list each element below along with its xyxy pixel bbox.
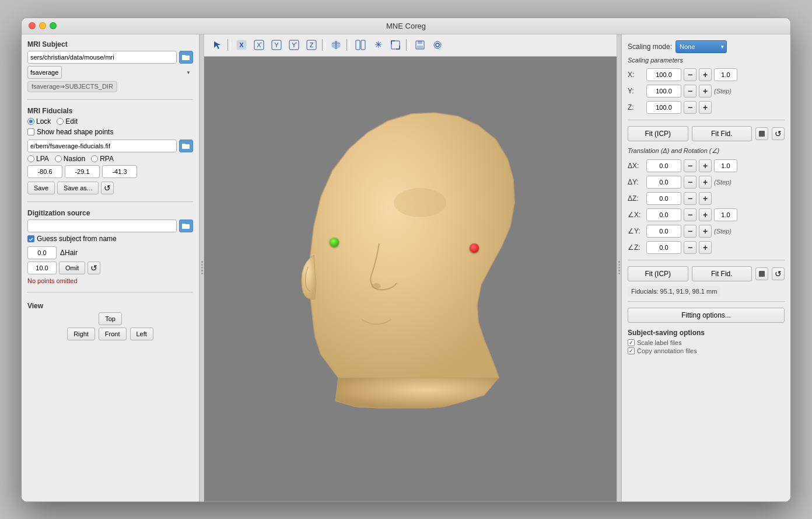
angle-y-input[interactable] [646, 225, 681, 238]
view-left-button[interactable]: Left [130, 328, 153, 340]
scale-label-checkbox-label[interactable]: ✓ Scale label files [628, 339, 785, 346]
y-axis-button[interactable]: Y [268, 37, 285, 53]
nasion-y-input[interactable] [65, 165, 100, 178]
delta-z-input[interactable] [646, 192, 681, 205]
z-plus-button[interactable]: + [699, 101, 712, 114]
angle-z-plus-button[interactable]: + [699, 241, 712, 254]
x-param-input[interactable] [646, 68, 681, 81]
settings-button[interactable] [429, 37, 446, 53]
x-minus-button[interactable]: − [684, 68, 696, 81]
view-right-button[interactable]: Right [67, 328, 95, 340]
show-head-shape-checkbox-label[interactable]: Show head shape points [27, 128, 193, 136]
subject-select[interactable]: fsaverage [27, 66, 62, 79]
y-axis-minus-button[interactable]: Y - [286, 37, 302, 53]
mri-subject-section: MRI Subject fsaverage [27, 40, 193, 92]
angle-y-plus-button[interactable]: + [699, 225, 712, 238]
x-axis-minus-button[interactable]: X - [251, 37, 267, 53]
nasion-radio-btn[interactable] [55, 155, 62, 162]
cube-button[interactable] [328, 37, 344, 53]
angle-x-plus-button[interactable]: + [699, 208, 712, 221]
nasion-radio-label[interactable]: Nasion [55, 155, 85, 163]
svg-point-29 [436, 43, 439, 47]
save-scene-button[interactable] [412, 37, 428, 53]
angle-x-minus-button[interactable]: − [684, 208, 696, 221]
angle-x-step-input[interactable] [714, 208, 737, 221]
delta-hair-input[interactable] [27, 246, 57, 259]
fit-icp-bottom-button[interactable]: Fit (ICP) [628, 266, 688, 281]
guess-subject-checkbox-label[interactable]: Guess subject from name [27, 235, 193, 243]
reset-bottom-button[interactable]: ↺ [772, 267, 785, 280]
edit-radio-btn[interactable] [57, 118, 64, 125]
lpa-radio-btn[interactable] [27, 155, 34, 162]
maximize-button[interactable] [50, 22, 57, 29]
stop-bottom-button[interactable] [755, 267, 768, 280]
guess-subject-checkbox[interactable] [27, 235, 34, 242]
fit-fid-top-button[interactable]: Fit Fid. [692, 126, 752, 141]
delta-y-minus-button[interactable]: − [684, 176, 696, 189]
delta-z-plus-button[interactable]: + [699, 192, 712, 205]
fit-fid-bottom-button[interactable]: Fit Fid. [692, 266, 752, 281]
lpa-radio-label[interactable]: LPA [27, 155, 49, 163]
lock-radio-btn[interactable] [27, 118, 34, 125]
stop-top-button[interactable] [755, 127, 768, 140]
z-minus-button[interactable]: − [684, 101, 696, 114]
asterisk-button[interactable]: ✳ [370, 37, 386, 53]
fiducials-file-input[interactable] [27, 140, 177, 152]
delta-x-plus-button[interactable]: + [699, 159, 712, 172]
rpa-radio-label[interactable]: RPA [91, 155, 114, 163]
fitting-options-button[interactable]: Fitting options... [628, 308, 785, 323]
z-param-input[interactable] [646, 101, 681, 114]
y-plus-button[interactable]: + [699, 85, 712, 97]
rpa-radio-btn[interactable] [91, 155, 98, 162]
reset-fiducials-button[interactable]: ↺ [101, 182, 114, 194]
reset-top-button[interactable]: ↺ [772, 127, 785, 140]
expand-button[interactable] [387, 37, 404, 53]
angle-y-minus-button[interactable]: − [684, 225, 696, 238]
delta-x-minus-button[interactable]: − [684, 159, 696, 172]
scale-label-checkbox[interactable]: ✓ [628, 339, 635, 346]
fit-icp-top-button[interactable]: Fit (ICP) [628, 126, 688, 141]
digitization-browse-button[interactable] [179, 220, 193, 232]
left-drag-handle[interactable] [200, 34, 204, 501]
minimize-button[interactable] [39, 22, 46, 29]
angle-z-input[interactable] [646, 241, 681, 254]
mri-path-input[interactable] [27, 51, 177, 64]
save-button[interactable]: Save [27, 182, 55, 194]
delta-y-plus-button[interactable]: + [699, 176, 712, 189]
split-view-button[interactable] [352, 37, 369, 53]
cursor-tool-button[interactable] [209, 37, 225, 53]
edit-radio-label[interactable]: Edit [57, 117, 78, 126]
delta-x-step-input[interactable] [714, 159, 737, 172]
digitization-file-input[interactable] [27, 220, 177, 232]
reset-omit-button[interactable]: ↺ [88, 262, 100, 274]
copy-annotation-checkbox[interactable]: ✓ [628, 347, 635, 354]
delta-y-input[interactable] [646, 176, 681, 189]
y-param-input[interactable] [646, 85, 681, 97]
angle-x-input[interactable] [646, 208, 681, 221]
lpa-x-input[interactable] [27, 165, 62, 178]
close-button[interactable] [29, 22, 36, 29]
omit-input[interactable] [27, 262, 57, 274]
view-front-button[interactable]: Front [99, 328, 127, 340]
right-drag-handle[interactable] [617, 34, 621, 501]
view-top-button[interactable]: Top [99, 312, 122, 325]
delta-z-minus-button[interactable]: − [684, 192, 696, 205]
rpa-z-input[interactable] [102, 165, 137, 178]
z-axis-button[interactable]: Z [303, 37, 320, 53]
omit-button[interactable]: Omit [59, 262, 85, 274]
delta-x-input[interactable] [646, 159, 681, 172]
viewport-3d[interactable] [204, 57, 617, 501]
x-step-input[interactable] [714, 68, 737, 81]
digitization-section: Digitization source [27, 209, 193, 285]
mri-path-browse-button[interactable] [179, 51, 193, 64]
y-minus-button[interactable]: − [684, 85, 696, 97]
x-axis-button[interactable]: X [233, 37, 250, 53]
angle-z-minus-button[interactable]: − [684, 241, 696, 254]
fiducials-file-browse-button[interactable] [179, 140, 193, 152]
scaling-mode-select[interactable]: None 3-parameter uniform [676, 40, 727, 53]
save-as-button[interactable]: Save as... [57, 182, 99, 194]
copy-annotation-checkbox-label[interactable]: ✓ Copy annotation files [628, 347, 785, 354]
x-plus-button[interactable]: + [699, 68, 712, 81]
show-head-shape-checkbox[interactable] [27, 128, 34, 135]
lock-radio-label[interactable]: Lock [27, 117, 51, 126]
